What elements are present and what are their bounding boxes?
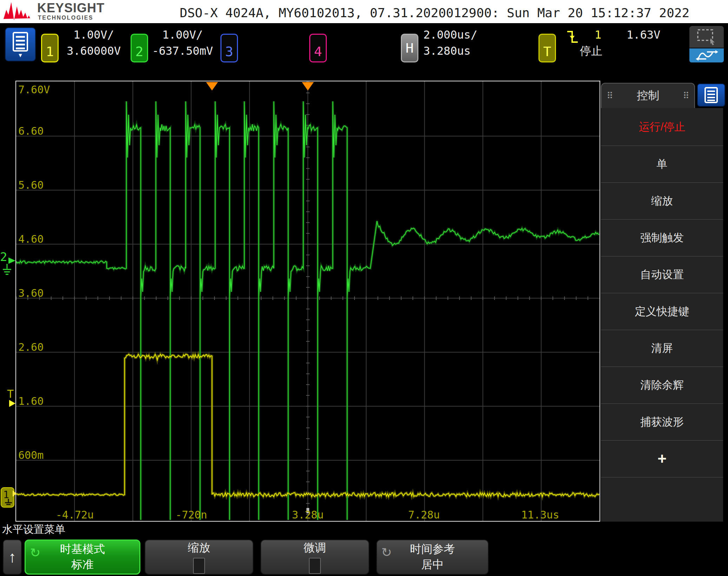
menu-item-autoscale[interactable]: 自动设置 xyxy=(601,256,723,293)
softkey-label: 缩放 xyxy=(188,540,210,556)
side-menu-title: 控制 xyxy=(637,88,659,103)
trigger-level-marker[interactable]: T xyxy=(5,389,16,410)
channel-2-button[interactable]: 2 xyxy=(131,34,148,62)
menu-list-icon xyxy=(12,32,28,52)
oscilloscope-screen: KEYSIGHT TECHNOLOGIES DSO-X 4024A, MY601… xyxy=(0,0,728,576)
t-label-5: 11.3us xyxy=(512,509,568,521)
side-menu-list-button[interactable] xyxy=(697,83,725,107)
v-label-2-60: 2.60 xyxy=(18,341,44,353)
main-menu-button[interactable]: ▼ xyxy=(5,27,36,61)
t-label-2: -720n xyxy=(163,509,219,521)
menu-item-clear-persistence[interactable]: 清除余辉 xyxy=(601,367,723,404)
waveform-canvas xyxy=(16,81,600,521)
channel-3-button[interactable]: 3 xyxy=(220,34,238,62)
horizontal-button[interactable]: H xyxy=(401,34,418,62)
ch1-scale-readout[interactable]: 1.00V/ xyxy=(66,28,122,41)
select-rectangle-icon xyxy=(696,28,717,45)
ch1-offset-readout[interactable]: 3.60000V xyxy=(60,44,127,58)
waveform-display[interactable]: 7.60V 6.60 5.60 4.60 3.60 2.60 1.60 600m… xyxy=(15,81,600,522)
menu-dropdown-arrow-icon: ▼ xyxy=(18,54,23,57)
zoom-checkbox[interactable] xyxy=(193,558,205,574)
t-label-1: -4.72u xyxy=(47,509,103,521)
svg-text:2: 2 xyxy=(0,250,7,264)
up-arrow-icon: ↑ xyxy=(8,548,16,566)
menu-item-run-stop[interactable]: 运行/停止 xyxy=(601,108,723,146)
softkey-label: 微调 xyxy=(304,540,326,556)
touch-pan-zoom-button[interactable] xyxy=(689,48,724,62)
menu-item-add[interactable]: + xyxy=(601,441,723,477)
ch2-ground-marker[interactable]: 2 xyxy=(0,250,16,282)
brand-name: KEYSIGHT xyxy=(37,1,105,15)
softkey-fine-adjust[interactable]: 微调 xyxy=(260,540,369,575)
cycle-icon: ↻ xyxy=(381,545,392,560)
menu-item-zoom[interactable]: 缩放 xyxy=(601,183,723,220)
falling-edge-icon xyxy=(566,29,579,45)
trigger-position-marker-icon xyxy=(302,82,314,91)
ch1-ground-marker[interactable]: 1 xyxy=(1,486,17,509)
menu-item-capture-waveform[interactable]: 捕获波形 xyxy=(601,404,723,441)
menu-item-single[interactable]: 单 xyxy=(601,146,723,183)
trigger-position-marker-icon xyxy=(206,82,218,91)
bottom-softkey-bar: 水平设置菜单 ↑ ↻ 时基模式 标准 缩放 微调 ↻ 时间参考 居中 xyxy=(0,522,728,576)
softkey-value: 居中 xyxy=(421,557,444,572)
keysight-logo-icon xyxy=(3,1,37,22)
trigger-button[interactable]: T xyxy=(538,34,556,62)
t-label-3: 3.28u xyxy=(280,509,336,521)
softkey-zoom[interactable]: 缩放 xyxy=(145,540,253,575)
menu-list-icon xyxy=(704,87,718,103)
v-label-7-60: 7.60V xyxy=(18,83,50,96)
ch2-scale-readout[interactable]: 1.00V/ xyxy=(154,28,211,41)
softkey-menu-title: 水平设置菜单 xyxy=(2,522,65,537)
v-label-3-60: 3.60 xyxy=(18,287,44,299)
top-strip: KEYSIGHT TECHNOLOGIES DSO-X 4024A, MY601… xyxy=(0,0,728,23)
v-label-600m: 600m xyxy=(18,449,44,461)
softkey-label: 时基模式 xyxy=(60,542,105,557)
channel-4-button[interactable]: 4 xyxy=(309,34,327,62)
softkey-value: 标准 xyxy=(71,557,94,572)
timebase-delay-readout[interactable]: 3.280us xyxy=(423,44,471,58)
wave-pan-icon xyxy=(695,50,718,61)
trigger-source-readout: 1 xyxy=(595,28,601,41)
softkey-time-reference[interactable]: ↻ 时间参考 居中 xyxy=(376,540,489,575)
menu-item-force-trigger[interactable]: 强制触发 xyxy=(601,220,723,256)
drag-handle-icon[interactable]: ⠿ xyxy=(607,91,613,101)
softkey-timebase-mode[interactable]: ↻ 时基模式 标准 xyxy=(25,540,140,575)
ch2-offset-readout[interactable]: -637.50mV xyxy=(149,44,216,58)
side-menu-header[interactable]: ⠿ 控制 ⠿ xyxy=(601,83,695,108)
trigger-level-readout[interactable]: 1.63V xyxy=(627,28,660,41)
v-label-6-60: 6.60 xyxy=(18,125,44,137)
brand-subtitle: TECHNOLOGIES xyxy=(38,15,93,21)
fine-adjust-checkbox[interactable] xyxy=(309,558,321,574)
menu-item-clear-display[interactable]: 清屏 xyxy=(601,330,723,367)
menu-item-define-quick-keys[interactable]: 定义快捷键 xyxy=(601,293,723,330)
menu-up-button[interactable]: ↑ xyxy=(3,540,22,575)
svg-text:T: T xyxy=(7,389,14,401)
region-select-button[interactable] xyxy=(689,26,724,48)
acquisition-status: 停止 xyxy=(580,43,602,59)
side-menu: 运行/停止 单 缩放 强制触发 自动设置 定义快捷键 清屏 清除余辉 捕获波形 … xyxy=(601,108,723,522)
toolbar: ▼ 1 1.00V/ 3.60000V 2 1.00V/ -637.50mV 3… xyxy=(0,23,728,81)
v-label-1-60: 1.60 xyxy=(18,395,44,407)
channel-1-button[interactable]: 1 xyxy=(41,34,59,62)
drag-handle-icon[interactable]: ⠿ xyxy=(683,91,689,101)
timebase-scale-readout[interactable]: 2.000us/ xyxy=(423,28,477,41)
v-label-5-60: 5.60 xyxy=(18,179,44,191)
cycle-icon: ↻ xyxy=(30,545,40,560)
v-label-4-60: 4.60 xyxy=(18,233,44,245)
softkey-label: 时间参考 xyxy=(410,542,455,557)
t-label-4: 7.28u xyxy=(396,509,452,521)
instrument-title: DSO-X 4024A, MY60102013, 07.31.202001290… xyxy=(180,6,689,20)
